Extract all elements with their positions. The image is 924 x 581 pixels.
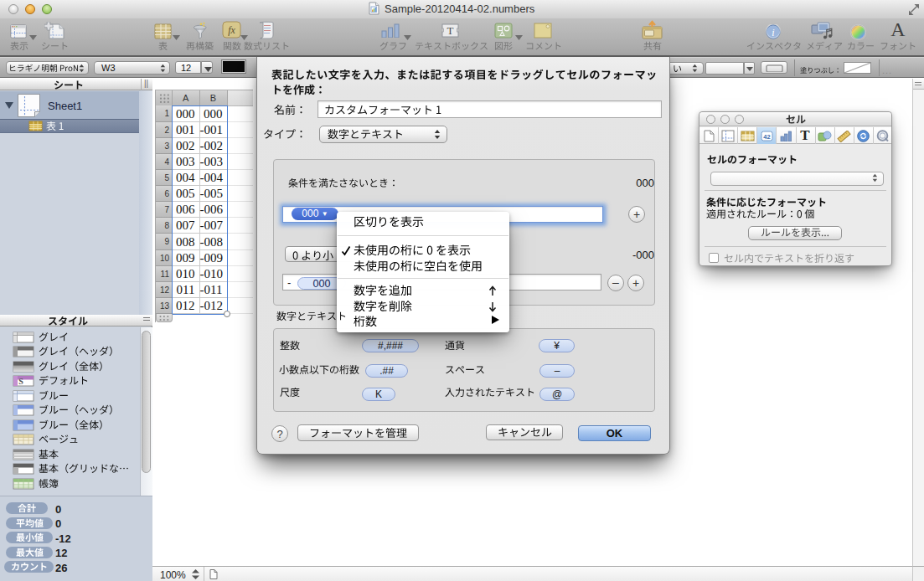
svg-text:i: i (772, 27, 774, 39)
svg-text:S: S (18, 377, 23, 386)
svg-text:fx: fx (228, 24, 235, 36)
svg-text:T: T (447, 24, 454, 37)
svg-text:42: 42 (763, 132, 770, 140)
